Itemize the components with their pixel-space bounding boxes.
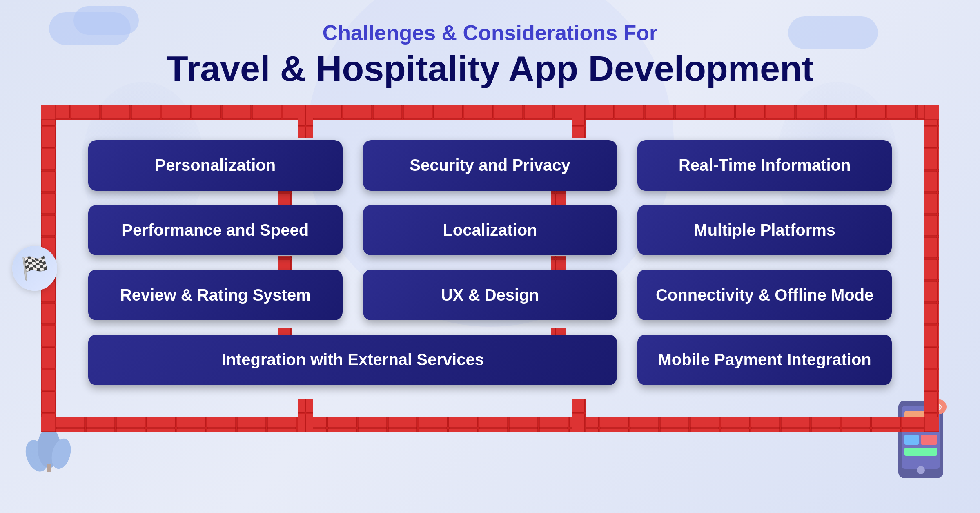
card-localization[interactable]: Localization [363,205,617,256]
card-performance-speed[interactable]: Performance and Speed [88,205,343,256]
card-multiple-platforms[interactable]: Multiple Platforms [637,205,892,256]
svg-rect-26 [41,105,56,120]
main-title: Travel & Hospitality App Development [166,49,814,89]
card-integration-external[interactable]: Integration with External Services [88,335,617,385]
subtitle: Challenges & Considerations For [166,20,814,45]
card-ux-design[interactable]: UX & Design [363,270,617,320]
svg-rect-23 [41,417,939,432]
card-review-rating[interactable]: Review & Rating System [88,270,343,320]
svg-rect-27 [924,105,939,120]
svg-rect-28 [41,417,56,432]
title-section: Challenges & Considerations For Travel &… [166,20,814,89]
svg-rect-29 [924,417,939,432]
cards-grid: Personalization Security and Privacy Rea… [56,120,924,406]
card-connectivity-offline[interactable]: Connectivity & Offline Mode [637,270,892,320]
card-real-time-info[interactable]: Real-Time Information [637,140,892,191]
flag-icon: 🏁 [12,246,57,291]
card-personalization[interactable]: Personalization [88,140,343,191]
svg-rect-25 [924,120,939,417]
card-mobile-payment[interactable]: Mobile Payment Integration [637,335,892,385]
card-security-privacy[interactable]: Security and Privacy [363,140,617,191]
svg-rect-22 [41,105,939,120]
main-container: Challenges & Considerations For Travel &… [0,0,980,513]
brick-container: 🏁 [41,105,939,432]
